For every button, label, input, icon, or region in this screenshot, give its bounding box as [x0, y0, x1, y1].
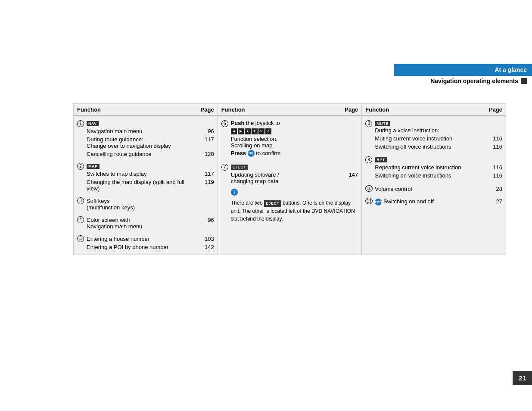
entry-page: 27 — [485, 198, 502, 205]
table-header-2: Function Page — [218, 104, 362, 116]
row-num: 5 — [77, 235, 87, 242]
row-num: 8 — [365, 120, 375, 127]
press-label: Press — [231, 150, 246, 156]
badge-eject-inline: EJECT — [264, 200, 281, 207]
entry-text: Switching on and off — [383, 198, 434, 205]
joy-upright: ↗ — [265, 128, 271, 134]
badge-map: MAP — [87, 164, 100, 169]
circle-num: 4 — [77, 216, 84, 223]
circle-num: 6 — [221, 120, 228, 127]
col-function-2: Function — [221, 106, 341, 113]
entry-page: 120 — [197, 151, 214, 157]
row-content: EJECT Updating software /changing map da… — [231, 163, 358, 223]
row-num: 11 — [365, 197, 375, 204]
page-number: 21 — [513, 371, 532, 385]
entry-text: Updating software /changing map data — [231, 171, 279, 184]
table-row: 7 EJECT Updating software /changing map … — [218, 162, 362, 224]
table-row: 4 Color screen withNavigation main menu … — [74, 215, 218, 231]
circle-num: 2 — [77, 163, 84, 170]
row-content: Color screen withNavigation main menu 96 — [87, 216, 214, 230]
entry-text: Cancelling route guidance — [87, 151, 151, 157]
pwr-icon: PWR — [375, 199, 382, 206]
section-title-box — [521, 78, 527, 84]
entry-page: 116 — [485, 172, 502, 179]
entry-text: Changing the map display (split and full… — [87, 179, 197, 192]
entry-text: During a voice instruction: — [375, 127, 502, 134]
table-row: 6 Push the joystick to ◀ ▶ ▲ ▼ ↖ ↗ — [218, 119, 362, 159]
entry-text: Soft keys(multifunction keys) — [87, 198, 135, 211]
table-row: 10 Volume control 28 — [362, 184, 506, 194]
entry-text: Color screen withNavigation main menu — [87, 217, 142, 230]
circle-num: 11 — [365, 198, 373, 204]
joy-right: ▶ — [238, 128, 244, 134]
col-page-1: Page — [197, 106, 214, 113]
entry-page: 116 — [485, 143, 502, 150]
row-content: RPT Repeating current voice instruction … — [375, 156, 502, 180]
entry-page: 103 — [197, 236, 214, 242]
joy-up: ▲ — [245, 128, 251, 134]
table-body-1: 1 NAV Navigation main menu 96 During rou… — [74, 116, 218, 255]
badge-rpt: RPT — [375, 157, 387, 162]
entry-text: Switching on voice instructions — [375, 172, 451, 179]
entry-text: Entering a POI by phone number — [87, 244, 168, 250]
table-panel-1: Function Page 1 NAV Navigation main menu… — [73, 103, 218, 255]
row-num: 3 — [77, 197, 87, 204]
joy-down: ▼ — [252, 128, 258, 134]
row-num: 1 — [77, 120, 87, 127]
section-title: Navigation operating elements — [394, 78, 532, 84]
entry-page: 147 — [341, 171, 358, 178]
row-num: 10 — [365, 185, 375, 191]
row-content: MUTE During a voice instruction: Muting … — [375, 120, 502, 151]
entry-text: Navigation main menu — [87, 128, 142, 134]
entry-text: Muting current voice instruction — [375, 135, 452, 142]
page-header: At a glance Navigation operating element… — [394, 64, 532, 84]
entry-text: Function selection,Scrolling on map — [231, 136, 358, 149]
section-title-text: Navigation operating elements — [430, 78, 518, 84]
circle-num: 10 — [365, 185, 373, 192]
entry-text: During route guidance:Change over to nav… — [87, 136, 171, 149]
entry-text: Entering a house number — [87, 236, 149, 242]
badge-mute: MUTE — [375, 121, 390, 126]
circle-num: 5 — [77, 235, 84, 242]
row-content: MAP Switches to map display 117 Changing… — [87, 162, 214, 193]
row-num: 6 — [221, 120, 231, 127]
circle-num: 1 — [77, 120, 84, 127]
table-header-3: Function Page — [362, 104, 506, 116]
ok-button-icon: OK — [248, 150, 255, 157]
col-page-2: Page — [341, 106, 358, 113]
entry-page: 116 — [485, 164, 502, 171]
row-num: 7 — [221, 163, 231, 171]
circle-num: 7 — [221, 164, 228, 171]
table-body-2: 6 Push the joystick to ◀ ▶ ▲ ▼ ↖ ↗ — [218, 116, 362, 226]
row-num: 2 — [77, 162, 87, 170]
joystick-icons: ◀ ▶ ▲ ▼ ↖ ↗ — [231, 128, 271, 134]
entry-page: 116 — [485, 135, 502, 142]
table-body-3: 8 MUTE During a voice instruction: Mutin… — [362, 116, 506, 210]
col-function-1: Function — [77, 106, 197, 113]
badge-nav: NAV — [87, 121, 99, 126]
row-content: Soft keys(multifunction keys) — [87, 197, 214, 212]
badge-eject: EJECT — [231, 165, 248, 170]
col-page-3: Page — [485, 106, 502, 113]
entry-text: Volume control — [375, 186, 412, 192]
at-a-glance-bar: At a glance — [394, 64, 532, 76]
table-row: 9 RPT Repeating current voice instructio… — [362, 155, 506, 181]
entry-page: 96 — [197, 217, 214, 223]
table-row: 2 MAP Switches to map display 117 Changi… — [74, 162, 218, 193]
table-row: 5 Entering a house number 103 Entering a… — [74, 234, 218, 252]
circle-num: 8 — [365, 120, 372, 127]
table-row: 8 MUTE During a voice instruction: Mutin… — [362, 119, 506, 152]
entry-text: Repeating current voice instruction — [375, 164, 461, 171]
entry-page: 28 — [485, 186, 502, 192]
row-content: NAV Navigation main menu 96 During route… — [87, 120, 214, 158]
row-content: Volume control 28 — [375, 185, 502, 193]
entry-page: 117 — [197, 136, 214, 143]
table-row: 1 NAV Navigation main menu 96 During rou… — [74, 119, 218, 159]
circle-num: 3 — [77, 197, 84, 204]
row-num: 9 — [365, 156, 375, 163]
table-header-1: Function Page — [74, 104, 218, 116]
entry-text: Switches to map display — [87, 171, 146, 177]
row-content: Push the joystick to ◀ ▶ ▲ ▼ ↖ ↗ Functio… — [231, 120, 358, 158]
col-function-3: Function — [365, 106, 485, 113]
joy-upleft: ↖ — [258, 128, 264, 134]
